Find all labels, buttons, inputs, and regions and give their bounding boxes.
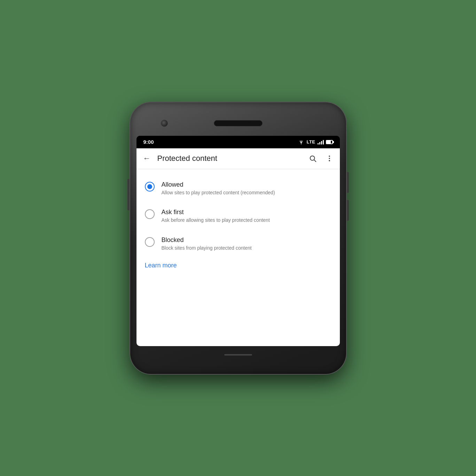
radio-blocked [145,237,155,247]
app-screen: ← Protected content [136,148,340,346]
back-arrow-icon: ← [143,154,151,163]
svg-point-3 [329,156,330,157]
svg-point-5 [329,160,330,162]
svg-point-0 [301,143,302,144]
signal-icon [318,140,324,145]
battery-fill [327,141,331,143]
power-button [347,172,349,193]
phone-device: 9:00 LTE [130,102,346,374]
learn-more-link[interactable]: Learn more [145,262,177,269]
app-toolbar: ← Protected content [136,148,340,169]
option-blocked-desc: Block sites from playing protected conte… [162,245,331,252]
option-allowed-text: Allowed Allow sites to play protected co… [162,181,331,196]
option-ask-first-text: Ask first Ask before allowing sites to p… [162,209,331,224]
radio-ask-first [145,209,155,219]
option-ask-first-desc: Ask before allowing sites to play protec… [162,217,331,224]
home-indicator [224,354,252,356]
battery-icon [326,140,333,144]
radio-allowed [145,182,155,192]
option-blocked[interactable]: Blocked Block sites from playing protect… [136,230,340,258]
more-options-button[interactable] [322,151,337,166]
more-vertical-icon [326,155,333,162]
toolbar-actions [305,151,337,166]
radio-dot-allowed [147,184,152,189]
volume-button-left [127,179,130,210]
front-camera [161,120,168,127]
status-bar: 9:00 LTE [136,136,340,148]
status-icons: LTE [298,139,333,145]
option-allowed[interactable]: Allowed Allow sites to play protected co… [136,175,340,203]
app-content: Allowed Allow sites to play protected co… [136,169,340,346]
status-time: 9:00 [143,139,154,145]
option-blocked-label: Blocked [162,236,331,244]
learn-more-section: Learn more [136,258,340,278]
page-title: Protected content [157,154,305,163]
phone-bottom [224,346,252,364]
lte-label: LTE [306,139,315,145]
screen: 9:00 LTE [136,136,340,346]
option-ask-first-label: Ask first [162,209,331,216]
option-blocked-text: Blocked Block sites from playing protect… [162,236,331,252]
volume-button-right [347,200,349,221]
svg-point-4 [329,158,330,159]
wifi-icon [298,140,304,145]
search-icon [309,155,317,162]
svg-line-2 [314,160,316,162]
search-button[interactable] [305,151,320,166]
option-allowed-label: Allowed [162,181,331,188]
earpiece-speaker [214,120,263,126]
option-ask-first[interactable]: Ask first Ask before allowing sites to p… [136,202,340,230]
phone-top-bar [136,113,340,134]
option-allowed-desc: Allow sites to play protected content (r… [162,189,331,196]
back-button[interactable]: ← [139,151,155,166]
